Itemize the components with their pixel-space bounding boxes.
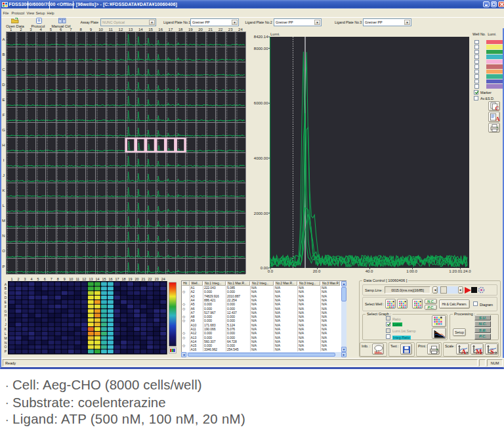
svg-text:H: H	[5, 313, 7, 317]
svg-text:O: O	[5, 345, 7, 349]
svg-text:N: N	[5, 341, 7, 345]
svg-text:E: E	[5, 300, 7, 304]
svg-text:21: 21	[142, 277, 146, 281]
svg-text:16: 16	[109, 277, 113, 281]
svg-text:11: 11	[75, 277, 79, 281]
svg-text:F: F	[5, 305, 7, 309]
svg-text:L: L	[5, 332, 7, 336]
svg-text:K: K	[5, 327, 7, 331]
svg-text:18: 18	[122, 277, 126, 281]
svg-text:3: 3	[24, 277, 26, 281]
svg-text:S: S	[490, 347, 494, 355]
svg-text:4: 4	[31, 277, 33, 281]
svg-text:8: 8	[57, 277, 59, 281]
svg-text:P: P	[5, 349, 7, 353]
svg-text:6: 6	[44, 277, 46, 281]
svg-text:A: A	[5, 282, 7, 286]
svg-text:17: 17	[116, 277, 119, 281]
svg-text:13: 13	[89, 277, 93, 281]
svg-text:20: 20	[135, 277, 139, 281]
svg-text:7: 7	[51, 277, 52, 281]
svg-text:12: 12	[82, 277, 86, 281]
svg-text:1: 1	[11, 277, 13, 281]
svg-text:A: A	[495, 116, 500, 122]
svg-text:19: 19	[129, 277, 133, 281]
svg-text:I: I	[5, 318, 6, 322]
svg-text:10: 10	[69, 277, 73, 281]
svg-text:M: M	[476, 347, 482, 355]
svg-text:15: 15	[102, 277, 106, 281]
svg-text:14: 14	[95, 277, 99, 281]
svg-text:Info.: Info.	[375, 351, 383, 355]
svg-text:24: 24	[161, 277, 165, 281]
svg-text:C: C	[495, 105, 499, 111]
svg-text:B: B	[5, 286, 7, 290]
svg-text:2: 2	[18, 277, 20, 281]
svg-text:C: C	[5, 291, 7, 295]
svg-text:A: A	[461, 347, 467, 355]
svg-text:22: 22	[148, 277, 152, 281]
svg-text:D: D	[5, 296, 7, 299]
svg-text:5: 5	[37, 277, 39, 281]
svg-text:G: G	[5, 309, 7, 313]
svg-text:9: 9	[64, 277, 66, 281]
svg-text:M: M	[4, 336, 7, 340]
svg-text:23: 23	[155, 277, 159, 281]
svg-text:J: J	[5, 322, 7, 326]
